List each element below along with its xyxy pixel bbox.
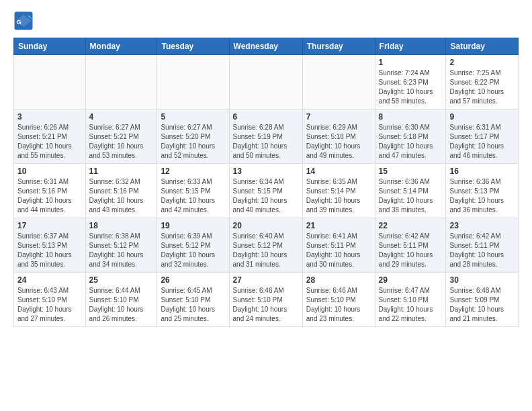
day-info: Sunrise: 6:40 AM Sunset: 5:12 PM Dayligh…: [233, 232, 299, 269]
day-number: 30: [449, 275, 515, 285]
day-info: Sunrise: 6:42 AM Sunset: 5:11 PM Dayligh…: [379, 232, 443, 269]
day-cell: 16Sunrise: 6:36 AM Sunset: 5:13 PM Dayli…: [446, 164, 519, 218]
week-row-2: 3Sunrise: 6:26 AM Sunset: 5:21 PM Daylig…: [14, 109, 519, 164]
svg-text:G: G: [17, 18, 22, 26]
day-info: Sunrise: 6:31 AM Sunset: 5:16 PM Dayligh…: [17, 177, 82, 215]
day-number: 11: [89, 167, 154, 176]
day-number: 20: [233, 221, 299, 230]
day-cell: 26Sunrise: 6:45 AM Sunset: 5:10 PM Dayli…: [157, 273, 229, 327]
day-cell: 22Sunrise: 6:42 AM Sunset: 5:11 PM Dayli…: [375, 218, 446, 273]
day-number: 6: [233, 112, 299, 122]
day-cell: 17Sunrise: 6:37 AM Sunset: 5:13 PM Dayli…: [14, 218, 86, 273]
day-info: Sunrise: 6:45 AM Sunset: 5:10 PM Dayligh…: [161, 286, 225, 324]
week-row-4: 17Sunrise: 6:37 AM Sunset: 5:13 PM Dayli…: [14, 218, 519, 273]
day-info: Sunrise: 6:46 AM Sunset: 5:10 PM Dayligh…: [233, 286, 299, 324]
day-info: Sunrise: 6:44 AM Sunset: 5:10 PM Dayligh…: [89, 286, 154, 324]
day-number: 3: [17, 112, 82, 122]
day-info: Sunrise: 7:24 AM Sunset: 6:23 PM Dayligh…: [379, 68, 443, 106]
day-info: Sunrise: 6:35 AM Sunset: 5:14 PM Dayligh…: [306, 177, 371, 215]
day-cell: [85, 55, 157, 109]
day-number: 10: [17, 167, 82, 176]
day-cell: 21Sunrise: 6:41 AM Sunset: 5:11 PM Dayli…: [302, 218, 375, 273]
day-cell: 24Sunrise: 6:43 AM Sunset: 5:10 PM Dayli…: [14, 273, 86, 327]
day-info: Sunrise: 6:37 AM Sunset: 5:13 PM Dayligh…: [17, 232, 82, 269]
day-info: Sunrise: 6:38 AM Sunset: 5:12 PM Dayligh…: [89, 232, 154, 269]
day-cell: [229, 55, 302, 109]
day-cell: 8Sunrise: 6:30 AM Sunset: 5:18 PM Daylig…: [375, 109, 446, 164]
day-number: 29: [379, 275, 443, 285]
day-number: 1: [379, 58, 443, 67]
weekday-header-row: SundayMondayTuesdayWednesdayThursdayFrid…: [14, 38, 519, 55]
day-cell: 28Sunrise: 6:46 AM Sunset: 5:10 PM Dayli…: [302, 273, 375, 327]
day-info: Sunrise: 6:32 AM Sunset: 5:16 PM Dayligh…: [89, 177, 154, 215]
day-cell: 15Sunrise: 6:36 AM Sunset: 5:14 PM Dayli…: [375, 164, 446, 218]
day-cell: 7Sunrise: 6:29 AM Sunset: 5:18 PM Daylig…: [302, 109, 375, 164]
day-number: 4: [89, 112, 154, 122]
weekday-header-thursday: Thursday: [302, 38, 375, 55]
day-cell: 11Sunrise: 6:32 AM Sunset: 5:16 PM Dayli…: [85, 164, 157, 218]
day-info: Sunrise: 7:25 AM Sunset: 6:22 PM Dayligh…: [449, 68, 515, 106]
day-info: Sunrise: 6:47 AM Sunset: 5:10 PM Dayligh…: [379, 286, 443, 324]
day-number: 26: [161, 275, 225, 285]
day-number: 27: [233, 275, 299, 285]
logo: G: [13, 11, 36, 31]
header: G: [13, 11, 519, 31]
day-cell: [157, 55, 229, 109]
weekday-header-saturday: Saturday: [446, 38, 519, 55]
day-number: 13: [233, 167, 299, 176]
day-cell: 20Sunrise: 6:40 AM Sunset: 5:12 PM Dayli…: [229, 218, 302, 273]
weekday-header-sunday: Sunday: [14, 38, 86, 55]
day-info: Sunrise: 6:46 AM Sunset: 5:10 PM Dayligh…: [306, 286, 371, 324]
page: G SundayMondayTuesdayWednesdayThursdayFr…: [0, 0, 532, 338]
week-row-5: 24Sunrise: 6:43 AM Sunset: 5:10 PM Dayli…: [14, 273, 519, 327]
day-number: 8: [379, 112, 443, 122]
day-cell: 5Sunrise: 6:27 AM Sunset: 5:20 PM Daylig…: [157, 109, 229, 164]
weekday-header-wednesday: Wednesday: [229, 38, 302, 55]
day-cell: 10Sunrise: 6:31 AM Sunset: 5:16 PM Dayli…: [14, 164, 86, 218]
day-cell: 9Sunrise: 6:31 AM Sunset: 5:17 PM Daylig…: [446, 109, 519, 164]
day-cell: 18Sunrise: 6:38 AM Sunset: 5:12 PM Dayli…: [85, 218, 157, 273]
day-cell: 12Sunrise: 6:33 AM Sunset: 5:15 PM Dayli…: [157, 164, 229, 218]
day-cell: 14Sunrise: 6:35 AM Sunset: 5:14 PM Dayli…: [302, 164, 375, 218]
day-info: Sunrise: 6:33 AM Sunset: 5:15 PM Dayligh…: [161, 177, 225, 215]
day-cell: 23Sunrise: 6:42 AM Sunset: 5:11 PM Dayli…: [446, 218, 519, 273]
day-number: 24: [17, 275, 82, 285]
day-number: 23: [449, 221, 515, 230]
day-info: Sunrise: 6:34 AM Sunset: 5:15 PM Dayligh…: [233, 177, 299, 215]
day-number: 18: [89, 221, 154, 230]
day-cell: 1Sunrise: 7:24 AM Sunset: 6:23 PM Daylig…: [375, 55, 446, 109]
day-info: Sunrise: 6:27 AM Sunset: 5:20 PM Dayligh…: [161, 123, 225, 161]
day-info: Sunrise: 6:39 AM Sunset: 5:12 PM Dayligh…: [161, 232, 225, 269]
day-number: 9: [449, 112, 515, 122]
day-info: Sunrise: 6:29 AM Sunset: 5:18 PM Dayligh…: [306, 123, 371, 161]
day-info: Sunrise: 6:31 AM Sunset: 5:17 PM Dayligh…: [449, 123, 515, 161]
day-cell: 30Sunrise: 6:48 AM Sunset: 5:09 PM Dayli…: [446, 273, 519, 327]
day-number: 15: [379, 167, 443, 176]
day-info: Sunrise: 6:30 AM Sunset: 5:18 PM Dayligh…: [379, 123, 443, 161]
week-row-3: 10Sunrise: 6:31 AM Sunset: 5:16 PM Dayli…: [14, 164, 519, 218]
day-cell: 19Sunrise: 6:39 AM Sunset: 5:12 PM Dayli…: [157, 218, 229, 273]
day-cell: 29Sunrise: 6:47 AM Sunset: 5:10 PM Dayli…: [375, 273, 446, 327]
day-info: Sunrise: 6:26 AM Sunset: 5:21 PM Dayligh…: [17, 123, 82, 161]
day-number: 19: [161, 221, 225, 230]
day-cell: [302, 55, 375, 109]
day-number: 21: [306, 221, 371, 230]
day-cell: [14, 55, 86, 109]
day-info: Sunrise: 6:43 AM Sunset: 5:10 PM Dayligh…: [17, 286, 82, 324]
day-number: 14: [306, 167, 371, 176]
day-number: 17: [17, 221, 82, 230]
weekday-header-friday: Friday: [375, 38, 446, 55]
day-cell: 25Sunrise: 6:44 AM Sunset: 5:10 PM Dayli…: [85, 273, 157, 327]
week-row-1: 1Sunrise: 7:24 AM Sunset: 6:23 PM Daylig…: [14, 55, 519, 109]
day-info: Sunrise: 6:41 AM Sunset: 5:11 PM Dayligh…: [306, 232, 371, 269]
day-number: 16: [449, 167, 515, 176]
day-info: Sunrise: 6:27 AM Sunset: 5:21 PM Dayligh…: [89, 123, 154, 161]
calendar-table: SundayMondayTuesdayWednesdayThursdayFrid…: [13, 38, 519, 327]
day-info: Sunrise: 6:36 AM Sunset: 5:13 PM Dayligh…: [449, 177, 515, 215]
day-cell: 3Sunrise: 6:26 AM Sunset: 5:21 PM Daylig…: [14, 109, 86, 164]
logo-icon: G: [13, 11, 34, 31]
day-cell: 2Sunrise: 7:25 AM Sunset: 6:22 PM Daylig…: [446, 55, 519, 109]
day-number: 25: [89, 275, 154, 285]
day-number: 7: [306, 112, 371, 122]
day-cell: 27Sunrise: 6:46 AM Sunset: 5:10 PM Dayli…: [229, 273, 302, 327]
